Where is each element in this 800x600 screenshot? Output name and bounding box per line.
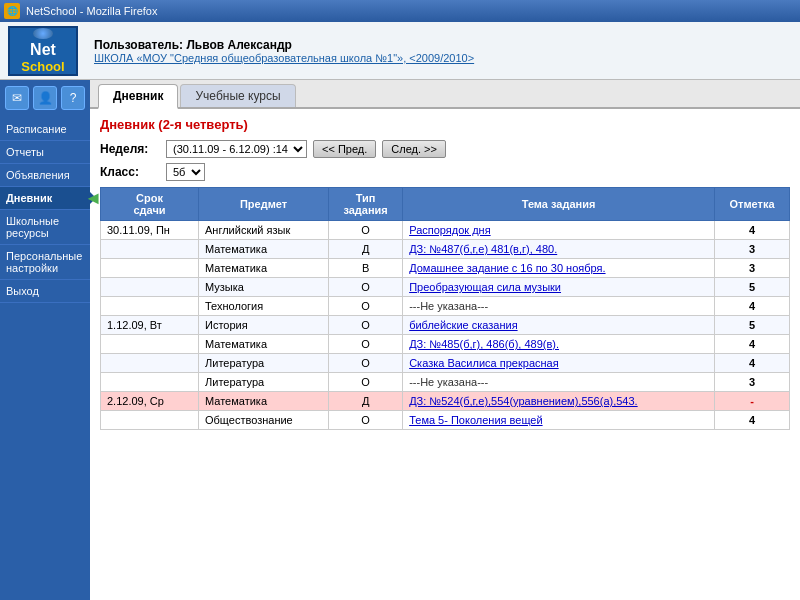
task-link[interactable]: ДЗ: №487(б,г,е) 481(в,г), 480. [409, 243, 557, 255]
type-cell: Д [329, 240, 403, 259]
table-row: ОбществознаниеОТема 5- Поколения вещей4 [101, 411, 790, 430]
sidebar-item-reports[interactable]: Отчеты [0, 141, 90, 164]
task-cell[interactable]: ДЗ: №524(б,г,е),554(уравнением),556(а),5… [403, 392, 715, 411]
date-cell [101, 297, 199, 316]
task-link[interactable]: ДЗ: №485(б,г), 486(б), 489(в). [409, 338, 559, 350]
col-date: Сроксдачи [101, 188, 199, 221]
grade-cell: 4 [714, 411, 789, 430]
date-cell [101, 240, 199, 259]
table-row: ЛитератураО---Не указана---3 [101, 373, 790, 392]
grade-cell: 4 [714, 335, 789, 354]
grade-cell: 5 [714, 316, 789, 335]
page-title: Дневник (2-я четверть) [100, 117, 790, 132]
task-cell[interactable]: ДЗ: №485(б,г), 486(б), 489(в). [403, 335, 715, 354]
tab-courses[interactable]: Учебные курсы [180, 84, 295, 107]
subject-cell: Обществознание [199, 411, 329, 430]
col-subject: Предмет [199, 188, 329, 221]
type-cell: О [329, 297, 403, 316]
table-row: 2.12.09, СрМатематикаДДЗ: №524(б,г,е),55… [101, 392, 790, 411]
subject-cell: Английский язык [199, 221, 329, 240]
type-cell: О [329, 221, 403, 240]
col-task: Тема задания [403, 188, 715, 221]
task-cell[interactable]: библейские сказания [403, 316, 715, 335]
user-icon-btn[interactable]: 👤 [33, 86, 57, 110]
task-cell[interactable]: Преобразующая сила музыки [403, 278, 715, 297]
logo-net: Net [30, 41, 56, 59]
type-cell: О [329, 373, 403, 392]
subject-cell: Математика [199, 259, 329, 278]
app-header: Net School Пользователь: Львов Александр… [0, 22, 800, 80]
tab-diary[interactable]: Дневник [98, 84, 178, 109]
week-label: Неделя: [100, 142, 160, 156]
week-select[interactable]: (30.11.09 - 6.12.09) :14 [166, 140, 307, 158]
task-cell[interactable]: Тема 5- Поколения вещей [403, 411, 715, 430]
table-row: МатематикаВДомашнее задание с 16 по 30 н… [101, 259, 790, 278]
mail-icon-btn[interactable]: ✉ [5, 86, 29, 110]
task-link[interactable]: Распорядок дня [409, 224, 490, 236]
sidebar-item-resources[interactable]: Школьные ресурсы [0, 210, 90, 245]
task-cell[interactable]: Сказка Василиса прекрасная [403, 354, 715, 373]
sidebar-nav: Расписание Отчеты Объявления Дневник ◄ Ш… [0, 118, 90, 303]
sidebar-item-diary[interactable]: Дневник ◄ [0, 187, 90, 210]
task-cell: ---Не указана--- [403, 373, 715, 392]
task-cell[interactable]: Домашнее задание с 16 по 30 ноября. [403, 259, 715, 278]
sidebar-icon-row: ✉ 👤 ? [5, 86, 85, 110]
grade-cell: 3 [714, 373, 789, 392]
table-row: 1.12.09, ВтИсторияОбиблейские сказания5 [101, 316, 790, 335]
task-link[interactable]: библейские сказания [409, 319, 517, 331]
task-cell: ---Не указана--- [403, 297, 715, 316]
class-row: Класс: 5б [100, 163, 790, 181]
subject-cell: История [199, 316, 329, 335]
titlebar: 🌐 NetSchool - Mozilla Firefox [0, 0, 800, 22]
next-button[interactable]: След. >> [382, 140, 446, 158]
app-wrapper: Net School Пользователь: Львов Александр… [0, 22, 800, 600]
date-cell [101, 354, 199, 373]
sidebar-item-announcements[interactable]: Объявления [0, 164, 90, 187]
date-cell [101, 278, 199, 297]
body-wrapper: ✉ 👤 ? Расписание Отчеты Объявления Дневн… [0, 80, 800, 600]
diary-table: Сроксдачи Предмет Типзадания Тема задани… [100, 187, 790, 430]
task-link[interactable]: ДЗ: №524(б,г,е),554(уравнением),556(а),5… [409, 395, 638, 407]
table-row: МузыкаОПреобразующая сила музыки5 [101, 278, 790, 297]
task-cell[interactable]: ДЗ: №487(б,г,е) 481(в,г), 480. [403, 240, 715, 259]
grade-cell: 3 [714, 259, 789, 278]
col-type: Типзадания [329, 188, 403, 221]
date-cell [101, 411, 199, 430]
date-cell [101, 373, 199, 392]
sidebar-item-logout[interactable]: Выход [0, 280, 90, 303]
grade-cell: 4 [714, 221, 789, 240]
grade-cell: 3 [714, 240, 789, 259]
task-link[interactable]: Сказка Василиса прекрасная [409, 357, 559, 369]
quarter-label: (2-я четверть) [158, 117, 248, 132]
date-cell: 30.11.09, Пн [101, 221, 199, 240]
prev-button[interactable]: << Пред. [313, 140, 376, 158]
sidebar-item-settings[interactable]: Персональные настройки [0, 245, 90, 280]
task-link[interactable]: Домашнее задание с 16 по 30 ноября. [409, 262, 605, 274]
content-area: Дневник (2-я четверть) Неделя: (30.11.09… [90, 109, 800, 438]
main-content: Дневник Учебные курсы Дневник (2-я четве… [90, 80, 800, 600]
task-link[interactable]: Тема 5- Поколения вещей [409, 414, 542, 426]
grade-cell: - [714, 392, 789, 411]
type-cell: Д [329, 392, 403, 411]
task-link[interactable]: Преобразующая сила музыки [409, 281, 561, 293]
task-cell[interactable]: Распорядок дня [403, 221, 715, 240]
header-user: Пользователь: Львов Александр [94, 38, 792, 52]
sidebar-item-schedule[interactable]: Расписание [0, 118, 90, 141]
table-row: МатематикаОДЗ: №485(б,г), 486(б), 489(в)… [101, 335, 790, 354]
header-school[interactable]: ШКОЛА «МОУ "Средняя общеобразовательная … [94, 52, 792, 64]
help-icon-btn[interactable]: ? [61, 86, 85, 110]
tabs-bar: Дневник Учебные курсы [90, 80, 800, 109]
type-cell: О [329, 316, 403, 335]
table-row: 30.11.09, ПнАнглийский языкОРаспорядок д… [101, 221, 790, 240]
grade-cell: 4 [714, 354, 789, 373]
class-select[interactable]: 5б [166, 163, 205, 181]
table-row: ЛитератураОСказка Василиса прекрасная4 [101, 354, 790, 373]
browser-icon: 🌐 [4, 3, 20, 19]
header-info: Пользователь: Львов Александр ШКОЛА «МОУ… [86, 38, 792, 64]
subject-cell: Технология [199, 297, 329, 316]
grade-cell: 4 [714, 297, 789, 316]
week-row: Неделя: (30.11.09 - 6.12.09) :14 << Пред… [100, 140, 790, 158]
titlebar-text: NetSchool - Mozilla Firefox [26, 5, 157, 17]
table-row: ТехнологияО---Не указана---4 [101, 297, 790, 316]
subject-cell: Математика [199, 240, 329, 259]
